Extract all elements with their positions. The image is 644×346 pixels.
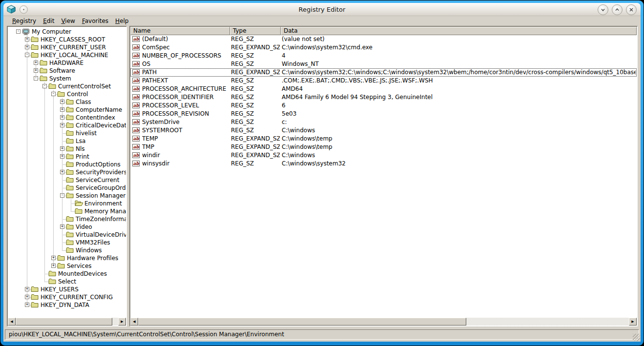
- value-name[interactable]: (Default): [142, 36, 229, 42]
- value-row-systemdrive[interactable]: abSystemDriveREG_SZc:: [130, 118, 637, 126]
- tree-item-my-computer[interactable]: -My Computer: [8, 28, 126, 36]
- tree-item-services[interactable]: +Services: [8, 262, 126, 270]
- tree-item-hardware[interactable]: +HARDWARE: [8, 59, 126, 67]
- expand-icon[interactable]: +: [60, 123, 64, 127]
- expand-icon[interactable]: +: [34, 68, 38, 73]
- expand-icon[interactable]: +: [60, 107, 64, 112]
- value-row-systemroot[interactable]: abSYSTEMROOTREG_SZC:\windows: [130, 126, 637, 135]
- value-name[interactable]: PROCESSOR_LEVEL: [142, 102, 229, 109]
- value-name[interactable]: PATHEXT: [142, 77, 229, 84]
- expand-icon[interactable]: +: [25, 287, 29, 291]
- menu-registry[interactable]: Registry: [9, 17, 40, 25]
- tree-item-label[interactable]: Video: [76, 224, 92, 230]
- value-row-number-of-processors[interactable]: abNUMBER_OF_PROCESSORSREG_SZ4: [130, 52, 637, 60]
- tree-item-software[interactable]: +Software: [8, 67, 126, 75]
- value-name[interactable]: SystemDrive: [142, 119, 229, 125]
- tree-item-label[interactable]: ServiceCurrent: [76, 177, 119, 183]
- expand-icon[interactable]: +: [51, 256, 56, 260]
- resize-grip[interactable]: [633, 334, 640, 341]
- list-hscroll-right-arrow[interactable]: ▶: [629, 318, 637, 326]
- expand-icon[interactable]: +: [25, 37, 29, 41]
- tree-item-label[interactable]: Memory Management: [84, 208, 126, 215]
- tree-item-label[interactable]: Control: [67, 91, 88, 98]
- tree-item-mounteddevices[interactable]: MountedDevices: [8, 270, 126, 278]
- tree-hscroll-left-arrow[interactable]: ◀: [8, 318, 16, 326]
- tree-item-label[interactable]: Select: [58, 278, 76, 285]
- tree-item-label[interactable]: HKEY_DYN_DATA: [41, 302, 89, 308]
- expand-icon[interactable]: +: [60, 224, 64, 229]
- tree-item-securityproviders[interactable]: +SecurityProviders: [8, 168, 126, 176]
- tree-item-label[interactable]: ComputerName: [76, 106, 122, 113]
- tree-item-currentcontrolset[interactable]: -CurrentControlSet: [8, 82, 126, 90]
- expand-icon[interactable]: +: [60, 170, 64, 174]
- tree-item-label[interactable]: Nls: [76, 145, 85, 152]
- value-row-pathext[interactable]: abPATHEXTREG_SZ.COM;.EXE;.BAT;.CMD;.VBS;…: [130, 77, 637, 85]
- tree-item-label[interactable]: TimeZoneInformation: [76, 216, 126, 223]
- tree-item-hivelist[interactable]: hivelist: [8, 129, 126, 137]
- value-name[interactable]: NUMBER_OF_PROCESSORS: [142, 52, 229, 59]
- tree-item-label[interactable]: HKEY_CURRENT_USER: [41, 44, 106, 51]
- value-row-path[interactable]: abPATHREG_EXPAND_SZC:\windows\system32;C…: [130, 68, 637, 77]
- tree-item-class[interactable]: +Class: [8, 98, 126, 106]
- tree-item-label[interactable]: System: [49, 75, 71, 82]
- value-name[interactable]: winsysdir: [142, 160, 229, 167]
- tree-item-label[interactable]: HKEY_LOCAL_MACHINE: [41, 52, 108, 59]
- value-name[interactable]: windir: [142, 152, 229, 159]
- expand-icon[interactable]: +: [60, 115, 64, 120]
- expand-icon[interactable]: +: [34, 61, 38, 65]
- value-row-processor-level[interactable]: abPROCESSOR_LEVELREG_SZ6: [130, 102, 637, 110]
- tree-item-contentindex[interactable]: +ContentIndex: [8, 114, 126, 122]
- value-row-windir[interactable]: abwindirREG_EXPAND_SZC:\windows: [130, 151, 637, 160]
- value-row-os[interactable]: abOSREG_SZWindows_NT: [130, 60, 637, 68]
- tree-item-label[interactable]: ProductOptions: [76, 161, 121, 168]
- expand-icon[interactable]: +: [25, 303, 29, 307]
- tree-item-video[interactable]: +Video: [8, 223, 126, 231]
- minimize-button[interactable]: [598, 4, 608, 15]
- list-hscroll-left-arrow[interactable]: ◀: [130, 318, 138, 326]
- close-button[interactable]: [626, 4, 637, 15]
- collapse-icon[interactable]: -: [16, 29, 21, 34]
- tree-item-label[interactable]: CurrentControlSet: [58, 83, 111, 90]
- column-header-data[interactable]: Data: [281, 27, 637, 35]
- titlebar[interactable]: Registry Editor: [3, 3, 641, 16]
- menu-edit[interactable]: Edit: [40, 17, 58, 25]
- tree-item-label[interactable]: VMM32Files: [76, 239, 110, 246]
- tree-item-computername[interactable]: +ComputerName: [8, 106, 126, 114]
- tree-item-windows[interactable]: Windows: [8, 246, 126, 254]
- value-row-temp[interactable]: abTEMPREG_EXPAND_SZC:\windows\temp: [130, 135, 637, 143]
- value-name[interactable]: PROCESSOR_ARCHITECTURE: [142, 85, 229, 92]
- list-hscroll-thumb[interactable]: [138, 318, 466, 326]
- value-name[interactable]: PATH: [142, 69, 229, 76]
- value-row-comspec[interactable]: abComSpecREG_EXPAND_SZC:\windows\system3…: [130, 43, 637, 52]
- value-row-processor-revision[interactable]: abPROCESSOR_REVISIONREG_SZ5e03: [130, 110, 637, 118]
- tree-item-productoptions[interactable]: ProductOptions: [8, 161, 126, 168]
- tree-item-label[interactable]: VirtualDeviceDrivers: [76, 231, 126, 238]
- tree-hscroll-thumb[interactable]: [16, 318, 112, 326]
- value-name[interactable]: SYSTEMROOT: [142, 127, 229, 134]
- tree-item-print[interactable]: +Print: [8, 153, 126, 161]
- value-name[interactable]: PROCESSOR_IDENTIFIER: [142, 94, 229, 101]
- collapse-icon[interactable]: -: [60, 193, 64, 198]
- tree-item-label[interactable]: CriticalDeviceDatabase: [76, 122, 126, 129]
- tree-item-label[interactable]: MountedDevices: [58, 270, 107, 277]
- tree-item-hkey-current-user[interactable]: +HKEY_CURRENT_USER: [8, 43, 126, 51]
- tree-item-timezoneinformation[interactable]: TimeZoneInformation: [8, 215, 126, 223]
- tree-item-label[interactable]: Lsa: [76, 138, 85, 144]
- tree-item-memory-management[interactable]: Memory Management: [8, 207, 126, 215]
- value-name[interactable]: PROCESSOR_REVISION: [142, 110, 229, 117]
- menu-help[interactable]: Help: [112, 17, 132, 25]
- value-name[interactable]: OS: [142, 61, 229, 67]
- tree-item-label[interactable]: HKEY_USERS: [41, 286, 79, 293]
- list-hscrollbar[interactable]: ◀ ▶: [130, 318, 637, 326]
- tree-item-label[interactable]: Hardware Profiles: [67, 255, 118, 262]
- tree-item-label[interactable]: Class: [76, 99, 91, 105]
- value-name[interactable]: ComSpec: [142, 44, 229, 51]
- collapse-icon[interactable]: -: [34, 76, 38, 81]
- tree-item-label[interactable]: Services: [67, 263, 92, 269]
- tree-item-session-manager[interactable]: -Session Manager: [8, 192, 126, 200]
- expand-icon[interactable]: +: [51, 264, 56, 268]
- tree-item-lsa[interactable]: Lsa: [8, 137, 126, 145]
- collapse-icon[interactable]: -: [25, 53, 29, 57]
- tree-item-label[interactable]: HKEY_CURRENT_CONFIG: [41, 294, 113, 301]
- tree-hscroll-right-arrow[interactable]: ▶: [118, 318, 126, 326]
